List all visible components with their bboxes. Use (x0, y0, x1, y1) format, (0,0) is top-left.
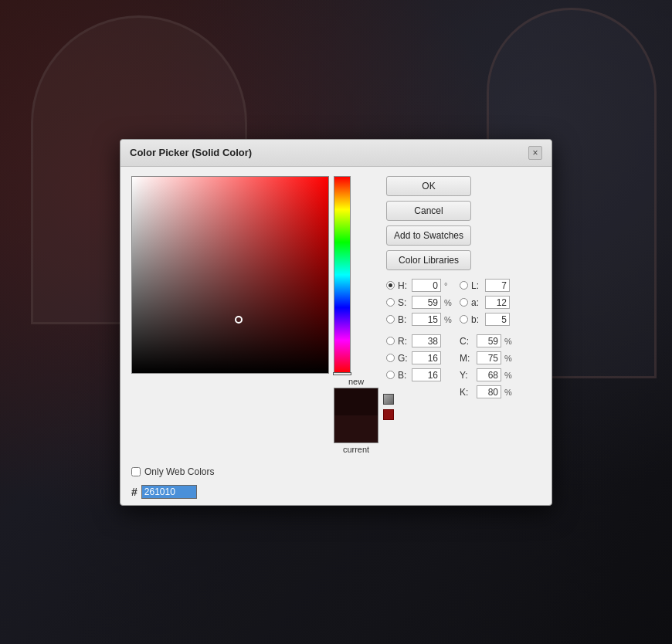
h-input[interactable] (412, 279, 441, 292)
k-unit: % (504, 388, 514, 397)
r-label: R: (398, 336, 409, 347)
bb-radio[interactable] (386, 371, 395, 379)
bb-input[interactable] (412, 368, 441, 381)
dialog-overlay: Color Picker (Solid Color) × (0, 0, 672, 644)
cube-icon (383, 394, 394, 405)
dialog-body: new current (120, 167, 552, 505)
hex-row: # (131, 485, 378, 499)
r-input[interactable] (412, 334, 441, 347)
b2-radio[interactable] (460, 315, 468, 324)
l-label: L: (471, 280, 482, 291)
a-label: a: (471, 297, 482, 308)
m-unit: % (504, 354, 514, 363)
k-input[interactable] (477, 385, 501, 398)
h-unit: ° (444, 281, 453, 290)
web-colors-checkbox[interactable] (131, 467, 141, 476)
g-input[interactable] (412, 351, 441, 364)
l-input[interactable] (485, 279, 510, 292)
right-panel: OK Cancel Add to Swatches Color Librarie… (386, 176, 490, 499)
m-label: M: (460, 353, 473, 364)
m-field-row: M: % (460, 351, 514, 366)
hsb-rgb-fields: H: ° S: % (386, 278, 453, 400)
y-unit: % (504, 371, 514, 380)
k-label: K: (460, 387, 473, 398)
b-unit: % (444, 315, 453, 324)
b-input[interactable] (412, 313, 441, 326)
s-label: S: (398, 297, 409, 308)
lab-cmyk-fields: L: a: b: (460, 278, 514, 400)
y-field-row: Y: % (460, 368, 514, 383)
preview-area: new current (334, 377, 378, 454)
s-field-row: S: % (386, 295, 453, 310)
color-picker-dialog: Color Picker (Solid Color) × (120, 139, 552, 506)
warning-icon (383, 409, 394, 420)
h-field-row: H: ° (386, 278, 453, 293)
y-label: Y: (460, 370, 473, 381)
web-colors-row: Only Web Colors (131, 466, 378, 477)
hex-input[interactable] (141, 485, 197, 499)
h-radio-dot (389, 283, 392, 287)
g-radio[interactable] (386, 354, 395, 362)
spacer2 (460, 329, 514, 332)
b-field-row: B: % (386, 312, 453, 327)
add-to-swatches-button[interactable]: Add to Swatches (386, 225, 471, 246)
a-field-row: a: (460, 295, 514, 310)
swatch-new (334, 388, 378, 415)
b2-label: b: (471, 314, 482, 325)
c-input[interactable] (477, 334, 501, 347)
dialog-title: Color Picker (Solid Color) (130, 147, 252, 158)
dialog-titlebar: Color Picker (Solid Color) × (120, 140, 552, 167)
picker-row: new current (131, 176, 378, 454)
h-label: H: (398, 280, 409, 291)
fields-container: H: ° S: % (386, 278, 490, 400)
current-label: current (343, 445, 369, 454)
k-field-row: K: % (460, 385, 514, 400)
hue-and-preview: new current (334, 176, 378, 454)
new-label: new (348, 377, 364, 386)
spacer (386, 329, 453, 332)
hue-handle (333, 372, 351, 375)
s-radio[interactable] (386, 298, 395, 307)
bottom-controls: Only Web Colors # (131, 460, 378, 499)
l-field-row: L: (460, 278, 514, 293)
left-panel: new current (131, 176, 378, 499)
swatch-current (334, 415, 378, 443)
hue-slider[interactable] (334, 176, 351, 374)
r-radio[interactable] (386, 337, 395, 345)
r-field-row: R: (386, 334, 453, 349)
swatch-with-icon (334, 388, 378, 443)
web-colors-label: Only Web Colors (144, 466, 214, 477)
gradient-cursor (235, 316, 243, 324)
h-radio[interactable] (386, 281, 395, 290)
m-input[interactable] (477, 351, 501, 364)
y-input[interactable] (477, 368, 501, 381)
s-input[interactable] (412, 296, 441, 309)
close-button[interactable]: × (528, 146, 542, 160)
a-input[interactable] (485, 296, 510, 309)
b2-field-row: b: (460, 312, 514, 327)
bb-label: B: (398, 370, 409, 381)
g-field-row: G: (386, 351, 453, 366)
l-radio[interactable] (460, 281, 468, 290)
b-label: B: (398, 314, 409, 325)
c-unit: % (504, 337, 514, 346)
s-unit: % (444, 298, 453, 307)
cancel-button[interactable]: Cancel (386, 201, 471, 221)
color-libraries-button[interactable]: Color Libraries (386, 250, 471, 270)
c-label: C: (460, 336, 473, 347)
bb-field-row: B: (386, 368, 453, 383)
b2-input[interactable] (485, 313, 510, 326)
hex-symbol: # (131, 486, 137, 498)
b-radio[interactable] (386, 315, 395, 324)
color-gradient-picker[interactable] (131, 176, 329, 374)
ok-button[interactable]: OK (386, 176, 471, 196)
g-label: G: (398, 353, 409, 364)
c-field-row: C: % (460, 334, 514, 349)
a-radio[interactable] (460, 298, 468, 307)
